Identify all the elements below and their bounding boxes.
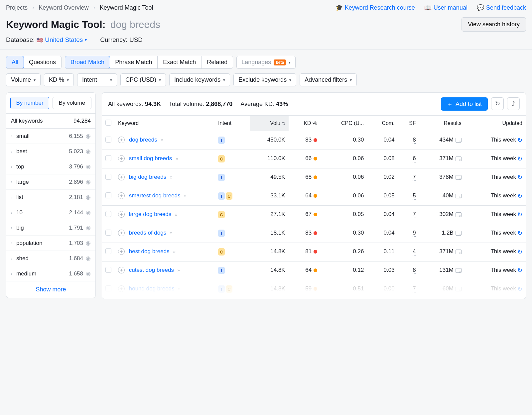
eye-icon[interactable]: ◉ <box>86 240 91 247</box>
eye-icon[interactable]: ◉ <box>86 209 91 216</box>
cell-sf[interactable]: 7 <box>413 211 416 218</box>
row-checkbox[interactable] <box>105 211 111 217</box>
add-keyword-icon[interactable]: + <box>118 137 125 143</box>
refresh-row-icon[interactable]: ↻ <box>517 192 522 200</box>
refresh-row-icon[interactable]: ↻ <box>517 285 522 293</box>
add-to-list-button[interactable]: ＋Add to list <box>441 97 488 111</box>
cpc-filter[interactable]: CPC (USD)▾ <box>120 73 166 86</box>
cell-sf[interactable]: 5 <box>413 192 416 200</box>
tab-phrase-match[interactable]: Phrase Match <box>110 56 158 68</box>
col-keyword[interactable]: Keyword <box>115 116 215 131</box>
eye-icon[interactable]: ◉ <box>86 133 91 140</box>
col-updated[interactable]: Updated <box>465 116 526 131</box>
keyword-link[interactable]: breeds of dogs <box>129 230 166 236</box>
add-keyword-icon[interactable]: + <box>118 155 125 162</box>
keyword-link[interactable]: small dog breeds <box>129 155 172 161</box>
show-more-link[interactable]: Show more <box>6 281 95 298</box>
chevrons-icon[interactable]: » <box>161 137 163 143</box>
eye-icon[interactable]: ◉ <box>86 255 91 262</box>
chevrons-icon[interactable]: » <box>170 174 172 180</box>
send-feedback-link[interactable]: 💬Send feedback <box>477 4 526 11</box>
serp-icon[interactable] <box>456 250 462 254</box>
row-checkbox[interactable] <box>105 137 111 143</box>
keyword-link[interactable]: best dog breeds <box>129 248 170 255</box>
serp-icon[interactable] <box>456 212 462 217</box>
sidebar-item[interactable]: › large 2,896 ◉ <box>6 174 95 190</box>
refresh-row-icon[interactable]: ↻ <box>517 248 522 256</box>
keyword-link[interactable]: big dog breeds <box>129 174 166 180</box>
col-sf[interactable]: SF <box>398 116 419 131</box>
sidebar-item[interactable]: › top 3,796 ◉ <box>6 159 95 174</box>
serp-icon[interactable] <box>456 156 462 161</box>
row-checkbox[interactable] <box>105 155 111 161</box>
chevrons-icon[interactable]: » <box>178 267 179 273</box>
chevrons-icon[interactable]: » <box>173 249 175 254</box>
add-keyword-icon[interactable]: + <box>118 248 125 255</box>
row-checkbox[interactable] <box>105 174 111 180</box>
row-checkbox[interactable] <box>105 248 111 254</box>
add-keyword-icon[interactable]: + <box>118 192 125 199</box>
add-keyword-icon[interactable]: + <box>118 285 125 292</box>
cell-sf[interactable]: 8 <box>413 267 416 274</box>
tab-by-number[interactable]: By number <box>10 97 49 109</box>
sidebar-item[interactable]: › medium 1,658 ◉ <box>6 266 95 281</box>
refresh-row-icon[interactable]: ↻ <box>517 137 522 144</box>
include-keywords-filter[interactable]: Include keywords▾ <box>169 73 230 86</box>
row-checkbox[interactable] <box>105 192 111 198</box>
chevrons-icon[interactable]: » <box>178 286 180 291</box>
cell-sf[interactable]: 7 <box>413 285 416 293</box>
breadcrumb-projects[interactable]: Projects <box>6 4 28 11</box>
row-checkbox[interactable] <box>105 285 111 291</box>
keyword-link[interactable]: large dog breeds <box>129 211 172 217</box>
refresh-row-icon[interactable]: ↻ <box>517 230 522 237</box>
user-manual-link[interactable]: 📖User manual <box>424 4 467 11</box>
col-com[interactable]: Com. <box>367 116 398 131</box>
add-keyword-icon[interactable]: + <box>118 211 125 218</box>
tab-related[interactable]: Related <box>201 56 233 68</box>
sidebar-item[interactable]: › best 5,023 ◉ <box>6 144 95 159</box>
chevrons-icon[interactable]: » <box>176 156 177 161</box>
sidebar-item[interactable]: › list 2,181 ◉ <box>6 190 95 205</box>
row-checkbox[interactable] <box>105 267 111 273</box>
exclude-keywords-filter[interactable]: Exclude keywords▾ <box>233 73 296 86</box>
keyword-link[interactable]: hound dog breeds <box>129 285 175 292</box>
col-kd[interactable]: KD % <box>289 116 321 131</box>
refresh-button[interactable]: ↻ <box>491 97 504 110</box>
keyword-link[interactable]: dog breeds <box>129 137 157 143</box>
sidebar-item[interactable]: › 10 2,144 ◉ <box>6 205 95 220</box>
eye-icon[interactable]: ◉ <box>86 178 91 185</box>
col-volume[interactable]: Volu ⇅ <box>250 116 289 131</box>
refresh-row-icon[interactable]: ↻ <box>517 155 522 162</box>
select-all-checkbox[interactable] <box>105 120 111 126</box>
col-intent[interactable]: Intent <box>215 116 250 131</box>
add-keyword-icon[interactable]: + <box>118 267 125 273</box>
cell-sf[interactable]: 8 <box>413 137 416 144</box>
serp-icon[interactable] <box>456 138 462 143</box>
chevrons-icon[interactable]: » <box>170 230 172 236</box>
sidebar-item[interactable]: › small 6,155 ◉ <box>6 129 95 144</box>
database-selector[interactable]: Database: 🇺🇸 United States ▾ <box>6 36 87 44</box>
volume-filter[interactable]: Volume▾ <box>6 73 41 86</box>
sidebar-all-keywords[interactable]: All keywords 94,284 <box>6 113 95 129</box>
col-results[interactable]: Results <box>419 116 465 131</box>
cell-sf[interactable]: 9 <box>413 230 416 237</box>
chevrons-icon[interactable]: » <box>184 193 186 198</box>
eye-icon[interactable]: ◉ <box>86 194 91 201</box>
serp-icon[interactable] <box>456 231 462 236</box>
cell-sf[interactable]: 7 <box>413 174 416 181</box>
add-keyword-icon[interactable]: + <box>118 230 125 236</box>
cell-sf[interactable]: 4 <box>413 248 416 256</box>
row-checkbox[interactable] <box>105 230 111 236</box>
serp-icon[interactable] <box>456 194 462 198</box>
intent-filter[interactable]: Intent▾ <box>77 73 117 86</box>
eye-icon[interactable]: ◉ <box>86 224 91 231</box>
tab-broad-match[interactable]: Broad Match <box>65 56 110 69</box>
chevrons-icon[interactable]: » <box>175 212 177 217</box>
sidebar-item[interactable]: › shed 1,684 ◉ <box>6 251 95 266</box>
refresh-row-icon[interactable]: ↻ <box>517 211 522 218</box>
export-button[interactable]: ⤴ <box>507 97 520 110</box>
view-search-history-button[interactable]: View search history <box>462 17 526 32</box>
advanced-filters[interactable]: Advanced filters▾ <box>300 73 357 86</box>
add-keyword-icon[interactable]: + <box>118 174 125 180</box>
sidebar-item[interactable]: › population 1,703 ◉ <box>6 236 95 251</box>
